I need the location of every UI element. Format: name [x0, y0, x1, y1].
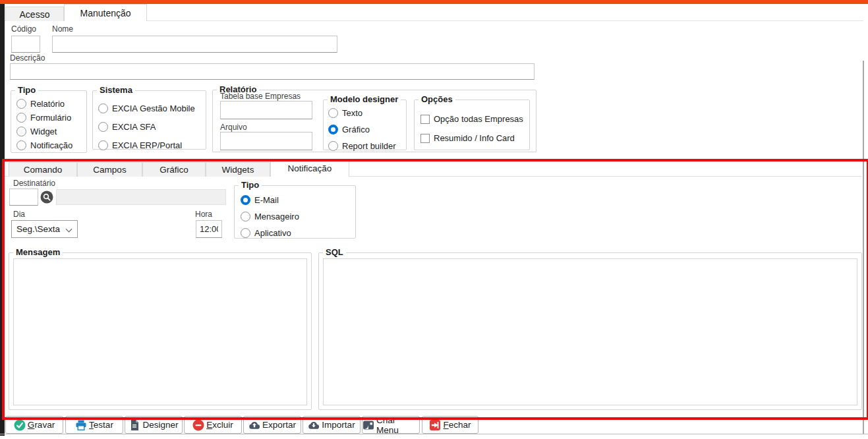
dia-combobox[interactable]: Seg.\Sexta — [11, 220, 78, 238]
window-right-border — [863, 61, 864, 434]
radio-circle — [16, 140, 26, 150]
radio-excia-sfa[interactable]: EXCIA SFA — [98, 117, 195, 136]
radio-grafico[interactable]: Gráfico — [328, 121, 396, 138]
radio-widget[interactable]: Widget — [16, 125, 72, 138]
modelo-designer-groupbox: Modelo designer Texto Gráfico Report bui… — [323, 100, 407, 150]
mensagem-memo[interactable] — [13, 258, 307, 405]
checkbox-box — [420, 134, 430, 143]
search-icon[interactable] — [40, 190, 53, 204]
radio-mensageiro[interactable]: Mensageiro — [241, 208, 299, 225]
checkbox-resumido-info-card[interactable]: Resumido / Info Card — [420, 129, 523, 148]
tab-comando[interactable]: Comando — [9, 162, 77, 177]
dia-combobox-value: Seg.\Sexta — [16, 224, 60, 234]
checkbox-opcao-todas-empresas[interactable]: Opção todas Empresas — [420, 109, 523, 129]
main-tab-acesso[interactable]: Acesso — [5, 7, 64, 21]
dia-label: Dia — [13, 210, 25, 219]
notificacao-tipo-groupbox: Tipo E-Mail Mensageiro Aplicativo — [234, 185, 356, 239]
modelo-designer-title: Modelo designer — [328, 94, 401, 104]
button-testar[interactable]: Testar — [65, 416, 123, 434]
window-bottom-border — [0, 434, 868, 434]
descricao-label: Descrição — [10, 53, 45, 63]
arquivo-input[interactable] — [220, 132, 312, 150]
opcoes-groupbox: Opções Opção todas Empresas Resumido / I… — [414, 100, 530, 150]
opcoes-options: Opção todas Empresas Resumido / Info Car… — [420, 109, 523, 148]
radio-circle — [16, 113, 26, 123]
radio-circle — [241, 195, 250, 205]
nome-label: Nome — [52, 24, 73, 34]
radio-circle — [241, 228, 250, 238]
cloud-upload-icon — [248, 419, 260, 431]
screen-menu-icon — [362, 419, 374, 431]
window-left-border — [0, 4, 5, 436]
tabela-base-input[interactable] — [220, 101, 312, 119]
button-excluir[interactable]: Excluir — [184, 416, 242, 434]
tab-campos[interactable]: Campos — [77, 162, 142, 177]
save-check-circle-icon — [14, 419, 26, 431]
checkbox-box — [420, 115, 430, 124]
notificacao-tipo-title: Tipo — [239, 180, 262, 190]
nome-input[interactable] — [52, 36, 337, 53]
button-criar-menu[interactable]: Criar Menu — [362, 416, 420, 434]
sistema-options: EXCIA Gestão Mobile EXCIA SFA EXCIA ERP/… — [98, 99, 195, 154]
radio-circle — [328, 108, 338, 118]
radio-circle — [98, 122, 108, 132]
tabela-base-label: Tabela base Empresas — [220, 92, 301, 101]
button-fechar[interactable]: Fechar — [422, 416, 478, 434]
radio-circle — [241, 212, 250, 221]
button-gravar[interactable]: Gravar — [5, 416, 63, 434]
codigo-input[interactable] — [11, 36, 40, 53]
radio-e-mail[interactable]: E-Mail — [241, 192, 299, 208]
hora-label: Hora — [195, 210, 212, 219]
destinatario-code-input[interactable] — [9, 189, 38, 206]
radio-circle — [16, 99, 26, 109]
modelo-designer-options: Texto Gráfico Report builder — [328, 105, 396, 154]
radio-excia-gestao-mobile[interactable]: EXCIA Gestão Mobile — [98, 99, 195, 117]
cloud-download-icon — [308, 419, 320, 431]
radio-circle — [16, 127, 26, 136]
destinatario-name-display — [56, 189, 226, 205]
tipo-groupbox: Tipo Relatório Formulário Widget Notific… — [11, 90, 87, 153]
minus-circle-icon — [192, 419, 204, 431]
main-tab-manutencao[interactable]: Manutenção — [64, 4, 147, 21]
sql-memo[interactable] — [323, 258, 857, 405]
relatorio-groupbox: Relatório Tabela base Empresas Arquivo M… — [212, 90, 536, 152]
tab-grafico[interactable]: Gráfico — [142, 162, 206, 177]
arquivo-label: Arquivo — [220, 123, 247, 132]
sistema-groupbox: Sistema EXCIA Gestão Mobile EXCIA SFA EX… — [92, 90, 206, 150]
mensagem-groupbox: Mensagem — [9, 252, 312, 410]
tipo-options: Relatório Formulário Widget Notificação — [16, 97, 72, 152]
radio-excia-erp-portal[interactable]: EXCIA ERP/Portal — [98, 136, 195, 154]
exit-icon — [429, 419, 441, 431]
document-icon — [129, 419, 140, 431]
button-importar[interactable]: Importar — [303, 416, 361, 434]
sql-groupbox: SQL — [318, 252, 862, 410]
tab-notificacao[interactable]: Notificação — [270, 160, 349, 177]
destinatario-label: Destinatário — [13, 179, 55, 188]
radio-circle — [98, 140, 108, 150]
radio-relatorio[interactable]: Relatório — [16, 97, 72, 111]
radio-aplicativo[interactable]: Aplicativo — [241, 225, 299, 241]
radio-circle — [328, 125, 338, 134]
descricao-input[interactable] — [10, 63, 535, 80]
hora-input[interactable] — [196, 220, 222, 238]
mensagem-group-title: Mensagem — [13, 247, 63, 257]
opcoes-group-title: Opções — [419, 94, 455, 104]
radio-report-builder[interactable]: Report builder — [328, 138, 396, 154]
radio-formulario[interactable]: Formulário — [16, 111, 72, 125]
notificacao-tipo-options: E-Mail Mensageiro Aplicativo — [241, 192, 299, 241]
button-designer[interactable]: Designer — [125, 416, 183, 434]
printer-icon — [75, 419, 87, 431]
radio-circle — [328, 141, 338, 151]
radio-notificacao[interactable]: Notificação — [16, 138, 72, 152]
chevron-down-icon — [66, 226, 72, 233]
tipo-group-title: Tipo — [15, 85, 38, 95]
codigo-label: Código — [11, 24, 36, 34]
radio-texto[interactable]: Texto — [328, 105, 396, 121]
sistema-group-title: Sistema — [97, 85, 135, 95]
tab-widgets[interactable]: Widgets — [206, 162, 270, 177]
sql-group-title: SQL — [323, 247, 346, 257]
radio-circle — [98, 103, 108, 113]
button-exportar[interactable]: Exportar — [243, 416, 301, 434]
